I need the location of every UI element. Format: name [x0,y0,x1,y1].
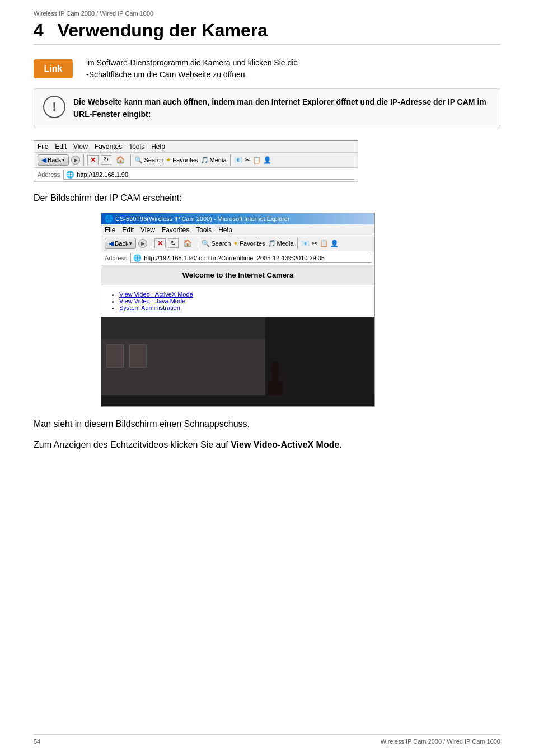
link-activex[interactable]: View Video - ActiveX Mode [119,291,193,298]
warning-icon: ! [43,96,65,118]
ie-menu-help[interactable]: Help [151,143,165,151]
toolbar-separator-3 [230,154,231,166]
ie2-icon-4: 👤 [330,240,339,247]
desc-3-prefix: Zum Anzeigen des Echtzeitvideos klicken … [34,440,231,449]
ie-toolbar-1: ◀ Back ▾ ▶ ✕ ↻ 🏠 🔍 Search [34,153,358,168]
ie-browser-1: File Edit View Favorites Tools Help ◀ Ba… [34,140,358,182]
ie-menu-file[interactable]: File [38,143,48,151]
svg-rect-3 [107,345,124,367]
ie-links-area: View Video - ActiveX Mode View Video - J… [101,285,374,317]
ie2-home-button[interactable]: 🏠 [181,238,194,248]
back-label: Back [48,157,61,163]
ie-titlebar-text: CS-590T96(Wireless IP Cam 2000) - Micros… [115,215,290,222]
warning-text: Die Webseite kann man auch öffnen, indem… [73,96,491,121]
address-label: Address [38,171,60,178]
ie2-menu-view[interactable]: View [140,226,155,234]
media-label: Media [210,157,227,163]
ie2-forward-button[interactable]: ▶ [138,239,147,248]
favorites-label-2: Favorites [240,240,265,247]
snapshot-svg [101,317,374,406]
chapter-number: 4 [34,20,44,40]
media-label-2: Media [277,240,294,247]
page-container: Wireless IP Cam 2000 / Wired IP Cam 1000… [0,0,534,756]
svg-rect-6 [271,373,278,398]
ie-icon-1: 📧 [234,156,242,164]
ie-menu-edit[interactable]: Edit [55,143,67,151]
chapter-title: Verwendung der Kamera [58,20,268,40]
ie-logo-icon: 🌐 [105,215,113,223]
ie-menubar-2: File Edit View Favorites Tools Help [101,224,374,236]
address-value-2: http://192.168.1.90/top.htm?Currenttime=… [144,255,325,261]
top-label: Wireless IP Cam 2000 / Wired IP Cam 1000 [34,10,500,17]
search-label: Search [144,157,163,163]
ie-favorites-button[interactable]: Favorites [166,156,198,164]
desc-3: Zum Anzeigen des Echtzeitvideos klicken … [34,438,500,452]
ie2-icon-2: ✂ [312,240,317,247]
favorites-label: Favorites [172,157,198,163]
ie2-menu-favorites[interactable]: Favorites [162,226,189,234]
ie-menu-view[interactable]: View [73,143,88,151]
address-input[interactable]: 🌐 http://192.168.1.90 [63,170,354,180]
desc-1: Der Bildschirm der IP CAM erscheint: [34,191,500,205]
ie-content-area: Welcome to the Internet Camera View Vide… [101,265,374,406]
ie2-stop-button[interactable]: ✕ [154,238,166,248]
address-input-2[interactable]: 🌐 http://192.168.1.90/top.htm?Currenttim… [130,253,371,263]
favorites-icon-2 [233,240,238,247]
ie2-back-button[interactable]: ◀ Back ▾ [105,238,136,249]
desc-2: Man sieht in diesem Bildschirm einen Sch… [34,417,500,431]
ie2-refresh-button[interactable]: ↻ [168,238,179,248]
chapter-heading: 4 Verwendung der Kamera [34,20,500,45]
ie-refresh-button[interactable]: ↻ [101,155,111,165]
ie-browser-2: 🌐 CS-590T96(Wireless IP Cam 2000) - Micr… [101,213,375,407]
ie-menu-tools[interactable]: Tools [129,143,144,151]
favorites-icon [166,156,171,164]
desc-3-suffix: . [339,440,341,449]
back-label-2: Back [115,240,128,247]
ie-address-bar-2: Address 🌐 http://192.168.1.90/top.htm?Cu… [101,251,374,265]
address-value: http://192.168.1.90 [77,171,128,178]
ie-icon-2: ✂ [245,156,250,164]
ie-forward-button[interactable]: ▶ [71,156,80,165]
ie-media-button[interactable]: 🎵 Media [200,156,227,164]
page-number: 54 [34,738,40,745]
svg-rect-9 [101,395,374,406]
footer-right-text: Wireless IP Cam 2000 / Wired IP Cam 1000 [381,738,500,745]
ie-icon-4: 👤 [263,156,271,164]
address-globe-icon: 🌐 [66,171,74,179]
ie2-icon-3: 📋 [320,240,328,247]
link-java[interactable]: View Video - Java Mode [119,298,185,304]
ie-menubar-1: File Edit View Favorites Tools Help [34,141,358,153]
svg-rect-4 [129,345,146,367]
link-instruction-text: im Software-Dienstprogramm die Kamera un… [86,57,298,81]
ie-icon-3: 📋 [252,156,261,164]
ie2-search-button[interactable]: 🔍 Search [202,240,231,247]
ie-snapshot [101,317,374,406]
ie-titlebar-2: 🌐 CS-590T96(Wireless IP Cam 2000) - Micr… [101,213,374,224]
ie2-menu-tools[interactable]: Tools [196,226,212,234]
ie-toolbar-2: ◀ Back ▾ ▶ ✕ ↻ 🏠 🔍 Search Favorites 🎵 [101,236,374,251]
search-label-2: Search [211,240,231,247]
address-globe-icon-2: 🌐 [133,254,142,262]
ie-address-bar-1: Address 🌐 http://192.168.1.90 [34,168,358,182]
link-admin[interactable]: System Administration [119,304,180,311]
ie2-favorites-button[interactable]: Favorites [233,240,265,247]
toolbar-separator-2 [130,154,131,166]
ie2-media-button[interactable]: 🎵 Media [268,240,294,247]
ie2-menu-file[interactable]: File [105,226,115,234]
svg-point-5 [270,361,279,373]
toolbar-separator [83,154,84,166]
ie-home-button[interactable]: 🏠 [114,155,127,165]
link-instruction: Link im Software-Dienstprogramm die Kame… [34,57,500,81]
address-label-2: Address [105,255,127,261]
ie-welcome-text: Welcome to the Internet Camera [101,265,374,285]
ie2-menu-edit[interactable]: Edit [122,226,134,234]
ie-stop-button[interactable]: ✕ [87,155,99,165]
ie-search-button[interactable]: 🔍 Search [134,156,163,164]
footer: 54 Wireless IP Cam 2000 / Wired IP Cam 1… [34,734,500,745]
ie2-icon-1: 📧 [301,240,310,247]
ie-menu-favorites[interactable]: Favorites [95,143,122,151]
desc-3-bold: View Video-ActiveX Mode [231,440,339,449]
link-button[interactable]: Link [34,59,73,78]
ie-back-button[interactable]: ◀ Back ▾ [38,154,69,166]
ie2-menu-help[interactable]: Help [218,226,232,234]
